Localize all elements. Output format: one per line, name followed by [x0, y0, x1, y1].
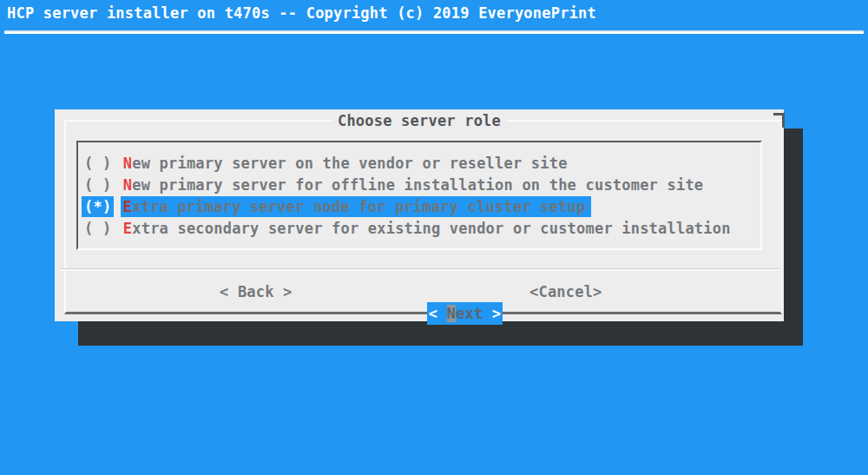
radio-option-1[interactable]: ( ) New primary server on the vendor or …: [84, 152, 759, 174]
backtitle-divider: [4, 30, 864, 34]
choose-server-role-dialog: Choose server role ( ) New primary serve…: [55, 109, 784, 321]
radio-option-label: Extra primary server node for primary cl…: [121, 196, 591, 217]
next-button-box: < Next >: [427, 302, 503, 325]
hotkey-letter: N: [123, 155, 132, 172]
radio-selected-marker: (*): [82, 196, 114, 217]
button-separator: [60, 268, 779, 271]
radio-option-4[interactable]: ( ) Extra secondary server for existing …: [84, 217, 759, 239]
terminal-screen: HCP server installer on t470s -- Copyrig…: [0, 0, 868, 475]
radio-option-label: Extra secondary server for existing vend…: [121, 218, 731, 239]
terminal-cursor: N: [447, 305, 456, 322]
backtitle: HCP server installer on t470s -- Copyrig…: [7, 3, 596, 24]
hotkey-letter: E: [123, 198, 132, 215]
option-text: xtra secondary server for existing vendo…: [132, 220, 730, 237]
radio-option-label: New primary server on the vendor or rese…: [121, 153, 568, 174]
radio-unselected-marker: ( ): [82, 218, 114, 239]
next-button[interactable]: < Next >: [372, 281, 503, 303]
next-button-left-bracket: <: [429, 305, 447, 322]
next-button-right-bracket: >: [483, 305, 501, 322]
option-text: xtra primary server node for primary clu…: [132, 198, 585, 215]
radio-unselected-marker: ( ): [82, 153, 114, 174]
radio-option-2[interactable]: ( ) New primary server for offline insta…: [84, 174, 759, 195]
dialog-title-text: Choose server role: [332, 112, 507, 129]
dialog-title: Choose server role: [55, 110, 784, 132]
cancel-button[interactable]: <Cancel>: [529, 281, 602, 303]
option-text: ew primary server for offline installati…: [132, 176, 703, 194]
next-button-label: ext: [456, 305, 483, 322]
radio-option-3[interactable]: (*) Extra primary server node for primar…: [84, 195, 759, 217]
hotkey-letter: E: [123, 220, 132, 237]
hotkey-letter: N: [123, 176, 132, 194]
radiolist: ( ) New primary server on the vendor or …: [76, 141, 762, 250]
radio-option-label: New primary server for offline installat…: [121, 175, 703, 195]
radio-unselected-marker: ( ): [82, 175, 114, 195]
option-text: ew primary server on the vendor or resel…: [132, 155, 567, 172]
back-button[interactable]: < Back >: [220, 281, 293, 303]
